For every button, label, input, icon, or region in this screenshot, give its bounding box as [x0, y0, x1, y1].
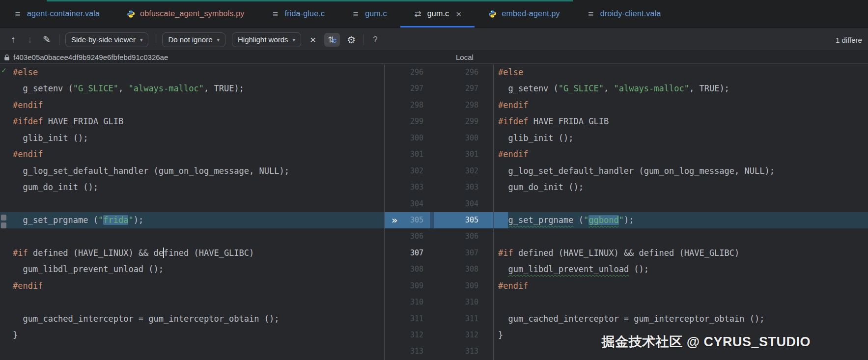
apply-change-button[interactable]: »: [392, 212, 397, 228]
tab-obfuscate-agent-symbols-py[interactable]: obfuscate_agent_symbols.py: [113, 0, 257, 28]
toolbar-separator: [364, 34, 364, 45]
right-code-line-297[interactable]: g_setenv ("G_SLICE", "always-malloc", TR…: [494, 81, 868, 97]
left-code-line-297[interactable]: g_setenv ("G_SLICE", "always-malloc", TR…: [0, 81, 384, 97]
left-code-line-298[interactable]: #endif: [0, 97, 384, 113]
right-pane-title: Local: [456, 53, 474, 61]
right-code-line-299[interactable]: #ifdef HAVE_FRIDA_GLIB: [494, 113, 868, 130]
right-code-line-308[interactable]: gum_libdl_prevent_unload ();: [494, 261, 868, 277]
right-code-line-301[interactable]: #endif: [494, 146, 868, 163]
left-code-line-302[interactable]: g_log_set_default_handler (gum_on_log_me…: [0, 163, 384, 179]
left-revision-hash: f403e05a0bacee4df9b9249e6fbfebd91c0326ae: [13, 53, 168, 61]
left-code-line-306[interactable]: [0, 228, 384, 245]
toolbar-separator: [156, 34, 156, 45]
left-code-line-303[interactable]: gum_do_init ();: [0, 179, 384, 195]
viewer-mode-dropdown[interactable]: Side-by-side viewer ▾: [65, 32, 148, 47]
right-code-line-305[interactable]: g_set_prgname ("ggbond");: [494, 212, 868, 228]
tab-frida-glue-c[interactable]: ≡frida-glue.c: [258, 0, 338, 28]
right-gutter-line-number: 304: [430, 196, 493, 212]
left-code-line-309[interactable]: #endif: [0, 278, 384, 294]
right-code-line-296[interactable]: #else: [494, 64, 868, 81]
highlight-mode-dropdown[interactable]: Highlight words ▾: [232, 32, 301, 47]
left-gutter-line-number: 298: [385, 97, 430, 113]
settings-gear-icon[interactable]: ⚙: [346, 33, 357, 47]
left-gutter-line-number: 300: [385, 130, 430, 146]
right-gutter-line-number: 301: [430, 146, 493, 163]
right-code-line-303[interactable]: gum_do_init ();: [494, 179, 868, 195]
left-gutter-line-number: 299: [385, 113, 430, 130]
ignore-policy-dropdown[interactable]: Do not ignore ▾: [162, 32, 225, 47]
right-code-line-309[interactable]: #endif: [494, 278, 868, 294]
left-code-line-313[interactable]: [0, 343, 384, 360]
diff-toolbar: ↑ ↓ ✎ Side-by-side viewer ▾ Do not ignor…: [0, 28, 868, 51]
right-code-line-311[interactable]: gum_cached_interceptor = gum_interceptor…: [494, 311, 868, 327]
change-stripe-marker[interactable]: [1, 222, 6, 228]
edit-icon[interactable]: ✎: [41, 33, 52, 47]
tab-agent-container-vala[interactable]: ≡agent-container.vala: [0, 0, 113, 28]
left-line-number-gutter: 296297298299300301302303304»305306307308…: [385, 64, 430, 360]
left-gutter-line-number: 306: [385, 228, 430, 245]
tab-label: frida-glue.c: [285, 9, 325, 18]
right-code-line-300[interactable]: glib_init ();: [494, 130, 868, 146]
difference-count-label: 1 differe: [836, 35, 862, 44]
diff-pane-headers: f403e05a0bacee4df9b9249e6fbfebd91c0326ae…: [0, 51, 868, 64]
next-difference-button[interactable]: ↓: [25, 33, 35, 47]
left-code-line-311[interactable]: gum_cached_interceptor = gum_interceptor…: [0, 311, 384, 327]
text-file-icon: ≡: [13, 9, 22, 19]
inspections-ok-icon[interactable]: ✓: [1, 65, 6, 75]
diff-editor: ✓ #else g_setenv ("G_SLICE", "always-mal…: [0, 64, 868, 360]
tab-label: gum.c: [427, 9, 449, 18]
right-code-line-302[interactable]: g_log_set_default_handler (gum_on_log_me…: [494, 163, 868, 179]
tab-label: obfuscate_agent_symbols.py: [140, 9, 244, 18]
change-stripe-marker[interactable]: [1, 215, 6, 221]
help-icon[interactable]: ?: [370, 33, 381, 47]
diff-arrows-icon: ⇄: [414, 10, 422, 18]
tab-close-icon[interactable]: ×: [456, 9, 461, 19]
text-file-icon: ≡: [587, 9, 595, 19]
right-code-pane[interactable]: #else g_setenv ("G_SLICE", "always-mallo…: [493, 64, 868, 360]
text-file-icon: ≡: [271, 9, 280, 19]
left-gutter-line-number: 304: [385, 196, 430, 212]
left-code-line-304[interactable]: [0, 196, 384, 212]
left-code-line-300[interactable]: glib_init ();: [0, 130, 384, 146]
right-gutter-line-number: 300: [430, 130, 493, 146]
right-gutter-line-number: 306: [430, 228, 493, 245]
left-gutter-line-number: 313: [385, 343, 430, 360]
left-gutter-line-number: 312: [385, 327, 430, 343]
right-gutter-line-number: 308: [430, 261, 493, 277]
left-gutter-line-number: 302: [385, 163, 430, 179]
close-icon[interactable]: ×: [308, 33, 318, 47]
previous-difference-button[interactable]: ↑: [8, 33, 19, 47]
tab-label: droidy-client.vala: [600, 9, 661, 18]
right-code-line-304[interactable]: [494, 196, 868, 212]
tab-gum-c[interactable]: ≡gum.c: [338, 0, 400, 28]
right-code-line-306[interactable]: [494, 228, 868, 245]
right-gutter-line-number: 302: [430, 163, 493, 179]
right-code-line-298[interactable]: #endif: [494, 97, 868, 113]
left-code-line-310[interactable]: [0, 294, 384, 310]
synchronize-scrolling-toggle[interactable]: [324, 33, 340, 47]
left-code-line-307[interactable]: #if defined (HAVE_LINUX) && defined (HAV…: [0, 245, 384, 261]
left-code-line-299[interactable]: #ifdef HAVE_FRIDA_GLIB: [0, 113, 384, 130]
python-file-icon: [488, 10, 497, 18]
chevron-down-icon: ▾: [140, 37, 143, 43]
tab-gum-c[interactable]: ⇄gum.c×: [400, 0, 475, 28]
editor-tab-bar: ≡agent-container.valaobfuscate_agent_sym…: [0, 0, 868, 28]
left-code-pane[interactable]: #else g_setenv ("G_SLICE", "always-mallo…: [0, 64, 385, 360]
right-line-number-gutter: 2962972982993003013023033043053063073083…: [430, 64, 493, 360]
left-code-line-296[interactable]: #else: [0, 64, 384, 81]
left-gutter-line-number: 311: [385, 311, 430, 327]
tab-embed-agent-py[interactable]: embed-agent.py: [475, 0, 573, 28]
tab-droidy-client-vala[interactable]: ≡droidy-client.vala: [573, 0, 674, 28]
right-gutter-line-number: 311: [430, 311, 493, 327]
right-code-line-310[interactable]: [494, 294, 868, 310]
left-gutter-line-number: 308: [385, 261, 430, 277]
left-gutter-line-number: 301: [385, 146, 430, 163]
right-code-line-307[interactable]: #if defined (HAVE_LINUX) && defined (HAV…: [494, 245, 868, 261]
left-code-line-305[interactable]: g_set_prgname ("frida");: [0, 212, 384, 228]
left-code-line-312[interactable]: }: [0, 327, 384, 343]
left-code-line-308[interactable]: gum_libdl_prevent_unload ();: [0, 261, 384, 277]
left-gutter-line-number: 297: [385, 81, 430, 97]
left-code-line-301[interactable]: #endif: [0, 146, 384, 163]
left-gutter-line-number: 307: [385, 245, 430, 261]
left-gutter-line-number: 296: [385, 64, 430, 81]
